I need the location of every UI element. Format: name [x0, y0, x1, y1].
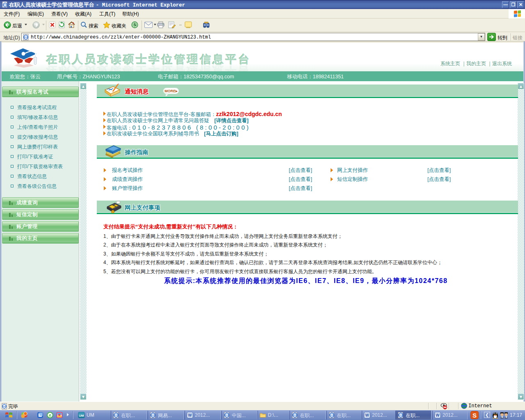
- svg-text:S: S: [472, 412, 477, 419]
- svg-text:W: W: [365, 413, 369, 418]
- svg-text:UM: UM: [79, 414, 84, 418]
- svg-text:e: e: [49, 413, 51, 418]
- svg-text:W: W: [188, 413, 192, 418]
- svg-text:W: W: [436, 413, 440, 418]
